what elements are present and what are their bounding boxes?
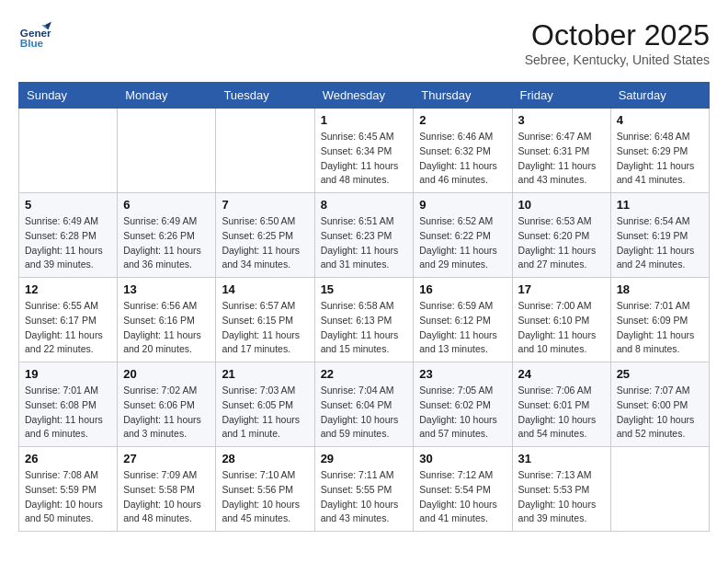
day-number: 12 bbox=[25, 282, 111, 296]
weekday-header-thursday: Thursday bbox=[414, 83, 512, 109]
day-info: Sunrise: 7:06 AMSunset: 6:01 PMDaylight:… bbox=[518, 384, 605, 442]
calendar-cell: 3 Sunrise: 6:47 AMSunset: 6:31 PMDayligh… bbox=[512, 109, 610, 193]
day-number: 14 bbox=[222, 282, 308, 296]
day-number: 30 bbox=[419, 452, 506, 465]
day-number: 16 bbox=[419, 282, 506, 296]
calendar-cell: 24 Sunrise: 7:06 AMSunset: 6:01 PMDaylig… bbox=[512, 362, 610, 447]
day-info: Sunrise: 6:58 AMSunset: 6:13 PMDaylight:… bbox=[321, 299, 408, 357]
day-number: 10 bbox=[518, 198, 605, 212]
day-number: 23 bbox=[419, 367, 506, 381]
day-number: 18 bbox=[617, 282, 703, 296]
calendar-cell: 22 Sunrise: 7:04 AMSunset: 6:04 PMDaylig… bbox=[314, 362, 414, 447]
calendar-cell: 29 Sunrise: 7:11 AMSunset: 5:55 PMDaylig… bbox=[314, 447, 414, 532]
calendar-cell: 12 Sunrise: 6:55 AMSunset: 6:17 PMDaylig… bbox=[19, 278, 118, 362]
calendar-cell: 6 Sunrise: 6:49 AMSunset: 6:26 PMDayligh… bbox=[118, 193, 216, 278]
calendar-cell: 26 Sunrise: 7:08 AMSunset: 5:59 PMDaylig… bbox=[19, 447, 118, 532]
calendar-cell: 13 Sunrise: 6:56 AMSunset: 6:16 PMDaylig… bbox=[118, 278, 216, 362]
day-info: Sunrise: 7:12 AMSunset: 5:54 PMDaylight:… bbox=[419, 468, 506, 526]
day-info: Sunrise: 6:51 AMSunset: 6:23 PMDaylight:… bbox=[321, 214, 408, 272]
day-number: 9 bbox=[419, 198, 506, 212]
weekday-header-monday: Monday bbox=[118, 83, 216, 109]
day-info: Sunrise: 6:47 AMSunset: 6:31 PMDaylight:… bbox=[518, 130, 605, 188]
day-number: 7 bbox=[222, 198, 308, 212]
calendar-cell: 31 Sunrise: 7:13 AMSunset: 5:53 PMDaylig… bbox=[512, 447, 610, 532]
day-number: 4 bbox=[617, 113, 703, 127]
page-header: General Blue October 2025 Sebree, Kentuc… bbox=[18, 18, 710, 67]
day-number: 25 bbox=[617, 367, 703, 381]
day-info: Sunrise: 7:11 AMSunset: 5:55 PMDaylight:… bbox=[321, 468, 408, 526]
calendar-cell: 9 Sunrise: 6:52 AMSunset: 6:22 PMDayligh… bbox=[414, 193, 512, 278]
day-info: Sunrise: 7:03 AMSunset: 6:05 PMDaylight:… bbox=[222, 384, 308, 442]
day-info: Sunrise: 6:54 AMSunset: 6:19 PMDaylight:… bbox=[617, 214, 703, 272]
calendar-cell: 19 Sunrise: 7:01 AMSunset: 6:08 PMDaylig… bbox=[19, 362, 118, 447]
day-info: Sunrise: 6:46 AMSunset: 6:32 PMDaylight:… bbox=[419, 130, 506, 188]
day-info: Sunrise: 6:49 AMSunset: 6:28 PMDaylight:… bbox=[25, 214, 111, 272]
day-number: 17 bbox=[518, 282, 605, 296]
day-number: 11 bbox=[617, 198, 703, 212]
calendar-cell: 10 Sunrise: 6:53 AMSunset: 6:20 PMDaylig… bbox=[512, 193, 610, 278]
day-number: 6 bbox=[123, 198, 210, 212]
day-info: Sunrise: 7:10 AMSunset: 5:56 PMDaylight:… bbox=[222, 468, 308, 526]
day-number: 13 bbox=[123, 282, 210, 296]
logo-icon: General Blue bbox=[18, 18, 51, 52]
calendar-cell: 14 Sunrise: 6:57 AMSunset: 6:15 PMDaylig… bbox=[216, 278, 314, 362]
day-info: Sunrise: 6:53 AMSunset: 6:20 PMDaylight:… bbox=[518, 214, 605, 272]
logo: General Blue bbox=[18, 18, 51, 52]
day-info: Sunrise: 6:59 AMSunset: 6:12 PMDaylight:… bbox=[419, 299, 506, 357]
calendar-cell: 18 Sunrise: 7:01 AMSunset: 6:09 PMDaylig… bbox=[610, 278, 709, 362]
day-info: Sunrise: 6:52 AMSunset: 6:22 PMDaylight:… bbox=[419, 214, 506, 272]
day-info: Sunrise: 7:05 AMSunset: 6:02 PMDaylight:… bbox=[419, 384, 506, 442]
day-number: 5 bbox=[25, 198, 111, 212]
day-info: Sunrise: 7:01 AMSunset: 6:09 PMDaylight:… bbox=[617, 299, 703, 357]
calendar-cell: 2 Sunrise: 6:46 AMSunset: 6:32 PMDayligh… bbox=[414, 109, 512, 193]
day-info: Sunrise: 6:50 AMSunset: 6:25 PMDaylight:… bbox=[222, 214, 308, 272]
day-info: Sunrise: 7:04 AMSunset: 6:04 PMDaylight:… bbox=[321, 384, 408, 442]
calendar-cell: 28 Sunrise: 7:10 AMSunset: 5:56 PMDaylig… bbox=[216, 447, 314, 532]
calendar-cell bbox=[118, 109, 216, 193]
svg-text:Blue: Blue bbox=[20, 37, 44, 49]
calendar-week-row: 5 Sunrise: 6:49 AMSunset: 6:28 PMDayligh… bbox=[19, 193, 710, 278]
calendar-table: SundayMondayTuesdayWednesdayThursdayFrid… bbox=[18, 82, 710, 532]
day-info: Sunrise: 7:00 AMSunset: 6:10 PMDaylight:… bbox=[518, 299, 605, 357]
day-number: 21 bbox=[222, 367, 308, 381]
day-number: 24 bbox=[518, 367, 605, 381]
title-block: October 2025 Sebree, Kentucky, United St… bbox=[525, 18, 710, 67]
weekday-header-friday: Friday bbox=[512, 83, 610, 109]
weekday-header-sunday: Sunday bbox=[19, 83, 118, 109]
day-number: 22 bbox=[321, 367, 408, 381]
calendar-week-row: 1 Sunrise: 6:45 AMSunset: 6:34 PMDayligh… bbox=[19, 109, 710, 193]
day-number: 31 bbox=[518, 452, 605, 465]
calendar-header-row: SundayMondayTuesdayWednesdayThursdayFrid… bbox=[19, 83, 710, 109]
calendar-cell: 25 Sunrise: 7:07 AMSunset: 6:00 PMDaylig… bbox=[610, 362, 709, 447]
location-subtitle: Sebree, Kentucky, United States bbox=[525, 52, 710, 67]
calendar-cell bbox=[216, 109, 314, 193]
day-info: Sunrise: 6:48 AMSunset: 6:29 PMDaylight:… bbox=[617, 130, 703, 188]
calendar-week-row: 26 Sunrise: 7:08 AMSunset: 5:59 PMDaylig… bbox=[19, 447, 710, 532]
day-number: 27 bbox=[123, 452, 210, 465]
calendar-cell: 27 Sunrise: 7:09 AMSunset: 5:58 PMDaylig… bbox=[118, 447, 216, 532]
calendar-cell: 11 Sunrise: 6:54 AMSunset: 6:19 PMDaylig… bbox=[610, 193, 709, 278]
weekday-header-tuesday: Tuesday bbox=[216, 83, 314, 109]
day-number: 3 bbox=[518, 113, 605, 127]
day-number: 2 bbox=[419, 113, 506, 127]
day-number: 1 bbox=[321, 113, 408, 127]
weekday-header-wednesday: Wednesday bbox=[314, 83, 414, 109]
day-info: Sunrise: 6:49 AMSunset: 6:26 PMDaylight:… bbox=[123, 214, 210, 272]
calendar-cell bbox=[19, 109, 118, 193]
calendar-cell: 23 Sunrise: 7:05 AMSunset: 6:02 PMDaylig… bbox=[414, 362, 512, 447]
day-number: 26 bbox=[25, 452, 111, 465]
day-info: Sunrise: 6:45 AMSunset: 6:34 PMDaylight:… bbox=[321, 130, 408, 188]
day-number: 19 bbox=[25, 367, 111, 381]
day-info: Sunrise: 7:09 AMSunset: 5:58 PMDaylight:… bbox=[123, 468, 210, 526]
day-info: Sunrise: 7:07 AMSunset: 6:00 PMDaylight:… bbox=[617, 384, 703, 442]
weekday-header-saturday: Saturday bbox=[610, 83, 709, 109]
calendar-cell bbox=[610, 447, 709, 532]
day-info: Sunrise: 7:02 AMSunset: 6:06 PMDaylight:… bbox=[123, 384, 210, 442]
day-info: Sunrise: 7:13 AMSunset: 5:53 PMDaylight:… bbox=[518, 468, 605, 526]
month-title: October 2025 bbox=[525, 18, 710, 52]
day-info: Sunrise: 7:01 AMSunset: 6:08 PMDaylight:… bbox=[25, 384, 111, 442]
day-number: 28 bbox=[222, 452, 308, 465]
day-info: Sunrise: 6:56 AMSunset: 6:16 PMDaylight:… bbox=[123, 299, 210, 357]
calendar-cell: 30 Sunrise: 7:12 AMSunset: 5:54 PMDaylig… bbox=[414, 447, 512, 532]
calendar-cell: 16 Sunrise: 6:59 AMSunset: 6:12 PMDaylig… bbox=[414, 278, 512, 362]
